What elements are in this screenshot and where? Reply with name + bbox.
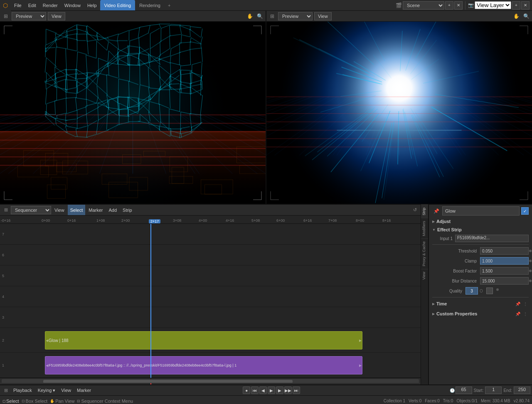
context-menu-tool[interactable]: ⊟ Sequencer Context Menu: [77, 399, 133, 404]
right-header-icon[interactable]: ⊞: [268, 12, 276, 20]
workspace-rendering[interactable]: Rendering: [135, 0, 165, 10]
glow-strip[interactable]: ◀ Glow | 188 ▶: [45, 331, 362, 349]
ruler-mark-12: 8+16: [382, 218, 391, 223]
left-zoom-icon[interactable]: 🔍: [256, 12, 264, 20]
strip-enable-checkbox[interactable]: ✓: [521, 207, 529, 215]
clamp-keyframe-dot[interactable]: [529, 260, 532, 262]
bt-playback-menu[interactable]: Playback: [11, 385, 34, 395]
blur-distance-value[interactable]: 15.000: [480, 277, 529, 285]
add-workspace-button[interactable]: +: [165, 0, 174, 10]
custom-props-pin-icon[interactable]: 📌: [515, 310, 521, 317]
quality-keyframe-dot[interactable]: [496, 288, 499, 291]
right-hand-tool-icon[interactable]: ✋: [512, 12, 520, 20]
scene-dropdown[interactable]: Scene: [403, 1, 444, 10]
bt-keying-menu[interactable]: Keying ▾: [35, 385, 58, 395]
vtab-modifiers[interactable]: Modifiers: [421, 218, 428, 239]
right-preview-dropdown[interactable]: Preview: [278, 12, 313, 20]
step-forward-button[interactable]: ▶: [276, 387, 283, 394]
quality-value[interactable]: 3: [466, 287, 478, 295]
scene-icon: 🎬: [396, 2, 402, 8]
track-label-7: 7: [0, 232, 4, 236]
scrollbar-area[interactable]: [0, 378, 421, 383]
seq-menu-marker[interactable]: Marker: [86, 205, 105, 215]
left-hand-tool-icon[interactable]: ✋: [246, 12, 254, 20]
custom-props-options-icon[interactable]: ⋮: [522, 310, 529, 317]
sequencer-tracks[interactable]: 7 6 5 4 3 2 ◀ Glow | 188: [0, 224, 421, 378]
image-strip[interactable]: ◀ F516959bdfde2408eb8ee4c0bf57f8a6a-l.jp…: [45, 356, 362, 374]
jump-to-start-button[interactable]: ⏮: [251, 387, 259, 394]
left-header-icon[interactable]: ⊞: [2, 12, 10, 20]
clamp-value[interactable]: 1.000: [480, 257, 529, 265]
time-options-icon[interactable]: ⋮: [522, 300, 529, 307]
effect-strip-section-header[interactable]: ▼ Effect Strip: [429, 226, 532, 234]
boost-keyframe-dot[interactable]: [529, 270, 532, 272]
marker-bar: [0, 383, 421, 384]
threshold-value[interactable]: 0.050: [480, 247, 529, 255]
seq-header-icon[interactable]: ⊞: [2, 206, 10, 214]
select-tool[interactable]: ◻ Select: [2, 399, 19, 404]
bt-marker-menu[interactable]: Marker: [74, 385, 94, 395]
vtab-strip[interactable]: Strip: [421, 205, 428, 218]
glow-strip-handle-left[interactable]: ◀: [45, 332, 49, 349]
workspace-video-editing[interactable]: Video Editing: [100, 0, 135, 10]
boost-factor-value[interactable]: 1.500: [480, 267, 529, 275]
sequencer-area: ⊞ Sequencer View Select Marker Add Strip…: [0, 204, 532, 384]
strip-name-input[interactable]: [442, 206, 520, 216]
menu-render[interactable]: Render: [39, 0, 61, 10]
delete-view-layer-button[interactable]: ✕: [521, 1, 530, 10]
view-layer-dropdown[interactable]: View Layer: [475, 1, 511, 9]
time-pin-icon[interactable]: 📌: [515, 300, 521, 307]
bt-view-menu[interactable]: View: [59, 385, 74, 395]
box-select-tool[interactable]: ⊡ Box Select: [22, 399, 48, 404]
threshold-label: Threshold: [432, 249, 480, 253]
left-preview-dropdown[interactable]: Preview: [12, 12, 46, 20]
top-menu-bar: ⬡ File Edit Render Window Help Video Edi…: [0, 0, 532, 11]
jump-to-keyframe-button[interactable]: ●: [243, 387, 250, 394]
delete-scene-button[interactable]: ✕: [454, 1, 463, 10]
vtab-proxy-cache[interactable]: Proxy & Cache: [421, 238, 428, 269]
menu-help[interactable]: Help: [84, 0, 100, 10]
right-canvas-element: [266, 22, 532, 204]
jump-to-end-button[interactable]: ⏭: [293, 387, 300, 394]
image-strip-handle-left[interactable]: ◀: [45, 357, 49, 374]
seq-refresh-button[interactable]: ↺: [411, 206, 419, 214]
seq-menu-strip[interactable]: Strip: [120, 205, 135, 215]
bt-header-icon[interactable]: ⊞: [2, 386, 10, 394]
left-view-button[interactable]: View: [48, 12, 65, 20]
clock-icon: 🕐: [450, 388, 455, 393]
end-frame-input[interactable]: 250: [514, 387, 530, 394]
start-frame-input[interactable]: 1: [485, 387, 502, 394]
menu-edit[interactable]: Edit: [25, 0, 39, 10]
step-back-button[interactable]: ◀: [259, 387, 267, 394]
quality-checkbox[interactable]: [486, 288, 493, 294]
props-pin-icon[interactable]: 📌: [432, 207, 441, 215]
image-strip-handle-right[interactable]: ▶: [359, 357, 362, 374]
adjust-section-header[interactable]: ▶ Adjust: [429, 217, 532, 226]
box-select-label: Box Select: [26, 399, 48, 404]
menu-window[interactable]: Window: [61, 0, 84, 10]
seq-menu-add[interactable]: Add: [106, 205, 119, 215]
blur-keyframe-dot[interactable]: [529, 280, 532, 282]
seq-menu-select[interactable]: Select: [68, 205, 86, 215]
left-preview-panel: ⊞ Preview View ✋ 🔍: [0, 11, 266, 204]
threshold-keyframe-dot[interactable]: [529, 250, 532, 252]
new-scene-button[interactable]: +: [445, 1, 453, 10]
right-zoom-icon[interactable]: 🔍: [522, 12, 530, 20]
sequencer-dropdown[interactable]: Sequencer: [11, 206, 51, 214]
play-button[interactable]: ▶: [268, 387, 275, 394]
left-canvas-element: [0, 22, 266, 204]
glow-strip-handle-right[interactable]: ▶: [359, 332, 362, 349]
new-view-layer-button[interactable]: +: [512, 1, 520, 10]
tris-info: Tris:0: [443, 399, 453, 403]
pan-view-tool[interactable]: ✋ Pan View: [50, 399, 74, 404]
current-frame-input[interactable]: 65: [456, 387, 472, 394]
seq-menu-view[interactable]: View: [52, 205, 67, 215]
glow-strip-label: Glow | 188: [49, 338, 69, 343]
custom-props-section-header[interactable]: ▶ Custom Properties 📌 ⋮: [429, 309, 532, 319]
threshold-display: 0.050: [482, 249, 493, 253]
jump-forward-button[interactable]: ▶▶: [284, 387, 292, 394]
time-section-header[interactable]: ▶ Time 📌 ⋮: [429, 299, 532, 309]
vtab-view[interactable]: View: [421, 269, 428, 282]
menu-file[interactable]: File: [11, 0, 25, 10]
right-view-button[interactable]: View: [314, 12, 332, 20]
